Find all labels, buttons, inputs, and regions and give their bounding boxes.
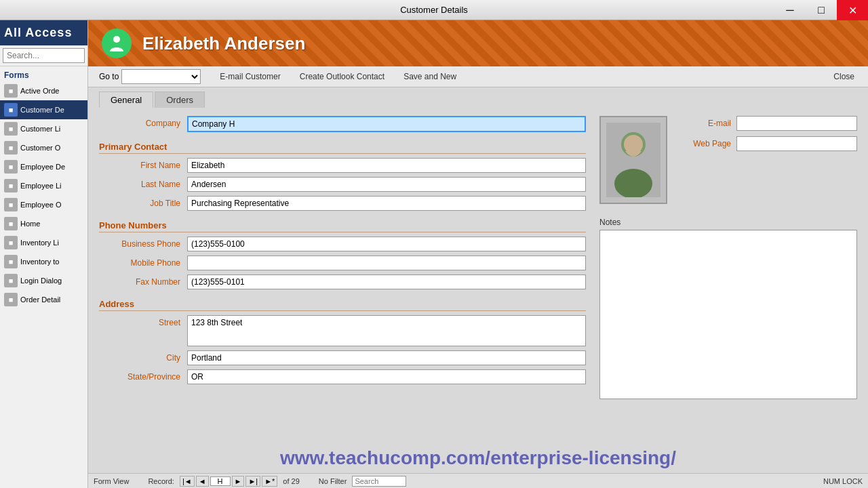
num-lock-label: NUM LOCK bbox=[823, 477, 863, 485]
maximize-button[interactable]: □ bbox=[806, 0, 837, 20]
sidebar-icon-customer-orders: ■ bbox=[4, 141, 18, 155]
sidebar-search-container bbox=[0, 45, 87, 66]
email-webpage-container: E-mail Web Page bbox=[675, 116, 857, 209]
record-header-icon bbox=[102, 28, 132, 58]
fax-number-row: Fax Number bbox=[99, 274, 586, 289]
new-record-button[interactable]: ►* bbox=[262, 476, 277, 487]
fax-number-input[interactable] bbox=[187, 274, 586, 289]
photo-email-row: E-mail Web Page bbox=[599, 116, 857, 209]
sidebar-icon-inventory-list: ■ bbox=[4, 236, 18, 249]
webpage-input[interactable] bbox=[736, 136, 857, 151]
app-chrome: All Access Forms ■ Active Orde ■ Custome… bbox=[0, 20, 868, 488]
business-phone-input[interactable] bbox=[187, 237, 586, 251]
address-section: Address bbox=[99, 299, 586, 311]
state-input[interactable] bbox=[187, 369, 586, 384]
contact-photo bbox=[599, 116, 667, 204]
sidebar-label-home: Home bbox=[20, 220, 40, 228]
job-title-input[interactable] bbox=[187, 196, 586, 211]
next-record-button[interactable]: ► bbox=[232, 476, 245, 487]
first-name-row: First Name bbox=[99, 158, 586, 173]
nav-controls: |◄ ◄ ► ►| ►* bbox=[180, 476, 277, 487]
window-title: Customer Details bbox=[400, 5, 468, 15]
first-name-label: First Name bbox=[99, 158, 187, 170]
sidebar-item-employee-list[interactable]: ■ Employee Li bbox=[0, 176, 87, 195]
first-name-input[interactable] bbox=[187, 158, 586, 173]
save-and-new-button[interactable]: Save and New bbox=[401, 70, 459, 83]
form-left: Company Primary Contact First Name Last … bbox=[99, 116, 586, 465]
prev-record-button[interactable]: ◄ bbox=[196, 476, 209, 487]
business-phone-label: Business Phone bbox=[99, 237, 187, 249]
record-label: Record: bbox=[148, 477, 174, 485]
tab-orders[interactable]: Orders bbox=[155, 92, 205, 108]
main-area: Elizabeth Andersen Go to Customer Primar… bbox=[88, 20, 868, 488]
email-row: E-mail bbox=[675, 116, 857, 131]
street-input[interactable]: 123 8th Street bbox=[187, 315, 586, 346]
company-row: Company bbox=[99, 116, 586, 132]
sidebar-label-login-dialog: Login Dialog bbox=[20, 277, 62, 285]
sidebar: All Access Forms ■ Active Orde ■ Custome… bbox=[0, 20, 88, 488]
webpage-row: Web Page bbox=[675, 136, 857, 151]
sidebar-item-employee-orders[interactable]: ■ Employee O bbox=[0, 195, 87, 214]
svg-point-0 bbox=[113, 36, 120, 43]
sidebar-item-home[interactable]: ■ Home bbox=[0, 214, 87, 233]
notes-label: Notes bbox=[599, 218, 857, 227]
goto-select[interactable]: Customer Primary Contact Phone Numbers A… bbox=[121, 69, 201, 84]
sidebar-item-login-dialog[interactable]: ■ Login Dialog bbox=[0, 271, 87, 290]
sidebar-icon-customer-list: ■ bbox=[4, 122, 18, 136]
sidebar-item-active-orders[interactable]: ■ Active Orde bbox=[0, 81, 87, 100]
phone-numbers-section: Phone Numbers bbox=[99, 220, 586, 232]
minimize-button[interactable]: ─ bbox=[774, 0, 806, 20]
email-label: E-mail bbox=[675, 119, 736, 128]
primary-contact-section: Primary Contact bbox=[99, 142, 586, 154]
last-name-label: Last Name bbox=[99, 177, 187, 189]
close-button[interactable]: Close bbox=[831, 70, 857, 83]
sidebar-icon-active-orders: ■ bbox=[4, 84, 18, 98]
goto-label: Go to bbox=[99, 72, 119, 81]
search-bar-input[interactable] bbox=[352, 476, 406, 487]
person-svg bbox=[606, 123, 660, 197]
city-input[interactable] bbox=[187, 350, 586, 365]
tab-general[interactable]: General bbox=[99, 92, 153, 108]
email-input[interactable] bbox=[736, 116, 857, 131]
sidebar-item-customer-orders[interactable]: ■ Customer O bbox=[0, 138, 87, 157]
city-label: City bbox=[99, 350, 187, 363]
search-input[interactable] bbox=[3, 48, 85, 63]
goto-container: Go to Customer Primary Contact Phone Num… bbox=[99, 69, 203, 84]
mobile-phone-input[interactable] bbox=[187, 256, 586, 270]
status-bar: Form View Record: |◄ ◄ ► ►| ►* of 29 No … bbox=[88, 473, 868, 488]
of-label: of 29 bbox=[283, 477, 299, 485]
tab-bar: General Orders bbox=[88, 87, 868, 108]
sidebar-icon-login-dialog: ■ bbox=[4, 274, 18, 287]
sidebar-item-employee-details[interactable]: ■ Employee De bbox=[0, 157, 87, 176]
status-bar-right: NUM LOCK bbox=[823, 477, 863, 485]
form-view-label: Form View bbox=[94, 477, 129, 485]
last-name-row: Last Name bbox=[99, 177, 586, 192]
sidebar-header: All Access bbox=[0, 20, 87, 45]
close-button[interactable]: ✕ bbox=[837, 0, 868, 20]
mobile-phone-label: Mobile Phone bbox=[99, 256, 187, 268]
sidebar-icon-inventory-to: ■ bbox=[4, 255, 18, 268]
svg-point-3 bbox=[614, 169, 652, 197]
first-record-button[interactable]: |◄ bbox=[180, 476, 195, 487]
sidebar-icon-employee-orders: ■ bbox=[4, 198, 18, 211]
notes-container: Notes bbox=[599, 218, 857, 401]
sidebar-label-employee-details: Employee De bbox=[20, 163, 65, 171]
sidebar-icon-customer-details: ■ bbox=[4, 103, 18, 117]
create-outlook-button[interactable]: Create Outlook Contact bbox=[297, 70, 387, 83]
record-number-input[interactable] bbox=[210, 476, 231, 486]
state-label: State/Province bbox=[99, 369, 187, 382]
sidebar-item-inventory-list[interactable]: ■ Inventory Li bbox=[0, 233, 87, 252]
last-name-input[interactable] bbox=[187, 177, 586, 192]
notes-input[interactable] bbox=[599, 230, 857, 399]
sidebar-item-customer-details[interactable]: ■ Customer De bbox=[0, 100, 87, 119]
sidebar-forms-label: Forms bbox=[0, 66, 87, 81]
sidebar-item-inventory-to[interactable]: ■ Inventory to bbox=[0, 252, 87, 271]
last-record-button[interactable]: ►| bbox=[245, 476, 260, 487]
sidebar-item-customer-list[interactable]: ■ Customer Li bbox=[0, 119, 87, 138]
email-customer-button[interactable]: E-mail Customer bbox=[217, 70, 283, 83]
mobile-phone-row: Mobile Phone bbox=[99, 256, 586, 270]
sidebar-label-customer-orders: Customer O bbox=[20, 144, 60, 152]
sidebar-item-order-detail[interactable]: ■ Order Detail bbox=[0, 290, 87, 309]
company-input[interactable] bbox=[187, 116, 586, 132]
no-filter-label: No Filter bbox=[319, 477, 347, 485]
